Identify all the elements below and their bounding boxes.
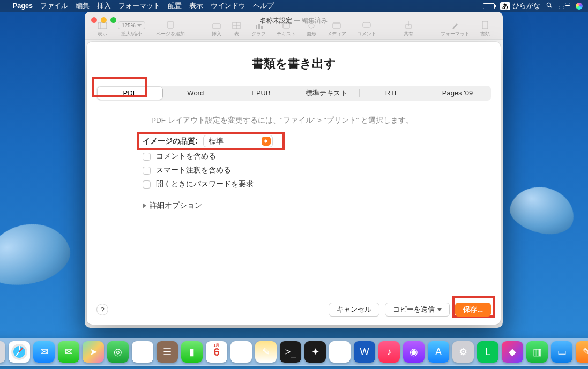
image-quality-label: イメージの品質:	[143, 137, 198, 146]
dock-word[interactable]: W	[354, 341, 375, 363]
svg-rect-4	[168, 21, 173, 28]
menu-view[interactable]: 表示	[189, 2, 203, 11]
dock-maps[interactable]: ➤	[83, 341, 104, 363]
tab-word[interactable]: Word	[163, 87, 228, 100]
app-menu[interactable]: Pages	[13, 2, 33, 10]
require-password-checkbox[interactable]	[143, 180, 151, 189]
wallpaper-dolphin	[0, 215, 76, 294]
image-quality-value: 標準	[209, 137, 224, 146]
menu-file[interactable]: ファイル	[40, 2, 68, 11]
input-source[interactable]: あ ひらがな	[500, 2, 540, 11]
advanced-options-disclosure[interactable]: 詳細オプション	[143, 201, 452, 210]
require-password-row: 開くときにパスワードを要求	[143, 179, 452, 189]
control-center-icon[interactable]	[559, 3, 570, 9]
chevron-down-icon	[437, 308, 442, 311]
tb-chart[interactable]: グラフ	[246, 22, 271, 37]
tb-shape[interactable]: 図形	[301, 22, 322, 37]
dock-stocks[interactable]: ✦	[304, 341, 326, 363]
window-titlebar: 名称未設定 — 編集済み 表示 125%拡大/縮小 ページを追加 挿入 表 グラ…	[85, 12, 503, 40]
export-format-tabs: PDF Word EPUB 標準テキスト RTF Pages '09	[96, 86, 491, 101]
tab-epub[interactable]: EPUB	[228, 87, 293, 100]
menu-format[interactable]: フォーマット	[118, 2, 160, 11]
dock-line[interactable]: L	[477, 341, 498, 363]
tb-media[interactable]: メディア	[322, 22, 352, 37]
svg-rect-2	[98, 22, 107, 29]
tb-label: メディア	[327, 31, 346, 37]
menu-insert[interactable]: 挿入	[97, 2, 111, 11]
dock-contacts[interactable]: ☰	[157, 341, 178, 363]
dock-notes[interactable]: ✎	[255, 341, 277, 363]
dock-shortcuts[interactable]: ◆	[502, 341, 523, 363]
dock-mail[interactable]: ✉	[33, 341, 55, 363]
tab-plain-text[interactable]: 標準テキスト	[294, 87, 359, 100]
dock-chrome[interactable]: ◉	[329, 341, 351, 363]
dock-appstore[interactable]: A	[428, 341, 449, 363]
dock: ☺▦✉✉➤◎✿☰▮1月6☰✎>_✦◉W♪◉A⚙L◆▥▭✎	[0, 338, 588, 366]
tb-text[interactable]: テキスト	[271, 22, 301, 37]
tb-label: ページを追加	[156, 31, 185, 37]
tb-comment[interactable]: コメント	[352, 22, 382, 37]
tb-format[interactable]: フォーマット	[435, 21, 475, 37]
menu-edit[interactable]: 編集	[76, 2, 90, 11]
dock-podcasts[interactable]: ◉	[403, 341, 425, 363]
tb-view[interactable]: 表示	[92, 22, 113, 37]
tb-insert[interactable]: 挿入	[206, 22, 227, 37]
include-comments-checkbox[interactable]	[143, 153, 151, 161]
tb-label: 共有	[404, 31, 413, 37]
include-comments-label: コメントを含める	[156, 152, 216, 161]
image-quality-row: イメージの品質: 標準	[143, 135, 452, 147]
dock-facetime[interactable]: ▮	[181, 341, 203, 363]
dock-pages[interactable]: ✎	[576, 341, 588, 363]
svg-line-1	[550, 6, 552, 7]
cancel-button[interactable]: キャンセル	[329, 303, 379, 317]
tb-zoom[interactable]: 125%拡大/縮小	[113, 21, 151, 37]
battery-icon[interactable]	[483, 3, 495, 9]
include-annotations-label: スマート注釈を含める	[156, 165, 231, 175]
export-sheet: 書類を書き出す PDF Word EPUB 標準テキスト RTF Pages '…	[87, 42, 501, 325]
tab-pages09[interactable]: Pages '09	[425, 87, 490, 100]
image-quality-select[interactable]: 標準	[203, 135, 273, 147]
dock-safari[interactable]	[9, 341, 30, 363]
svg-rect-15	[363, 22, 370, 27]
cancel-label: キャンセル	[337, 305, 371, 314]
dock-findmy[interactable]: ◎	[107, 341, 129, 363]
dock-numbers[interactable]: ▥	[526, 341, 548, 363]
siri-icon[interactable]	[576, 3, 583, 10]
tb-label: 拡大/縮小	[121, 31, 142, 37]
save-button[interactable]: 保存...	[455, 303, 491, 317]
dock-photos[interactable]: ✿	[132, 341, 153, 363]
dock-calendar[interactable]: 1月6	[206, 341, 227, 363]
tb-document[interactable]: 書類	[475, 21, 495, 37]
dock-terminal[interactable]: >_	[280, 341, 301, 363]
include-annotations-checkbox[interactable]	[143, 167, 151, 175]
save-label: 保存...	[463, 305, 483, 314]
dock-music[interactable]: ♪	[378, 341, 400, 363]
tb-share[interactable]: 共有	[398, 21, 419, 37]
tb-addpage[interactable]: ページを追加	[151, 21, 190, 37]
require-password-label: 開くときにパスワードを要求	[156, 179, 254, 189]
zoom-value: 125%	[122, 22, 136, 28]
dock-keynote[interactable]: ▭	[551, 341, 572, 363]
menu-window[interactable]: ウインドウ	[211, 2, 245, 11]
dock-settings[interactable]: ⚙	[452, 341, 474, 363]
menu-arrange[interactable]: 配置	[168, 2, 182, 11]
svg-rect-10	[258, 24, 260, 29]
spotlight-icon[interactable]	[546, 2, 553, 11]
send-copy-button[interactable]: コピーを送信	[385, 303, 450, 317]
tab-rtf[interactable]: RTF	[360, 87, 425, 100]
dock-messages[interactable]: ✉	[58, 341, 79, 363]
dock-reminders[interactable]: ☰	[230, 341, 252, 363]
tb-table[interactable]: 表	[227, 22, 246, 37]
svg-rect-9	[256, 25, 257, 29]
wallpaper-dolphin	[506, 181, 578, 239]
menu-help[interactable]: ヘルプ	[253, 2, 274, 11]
svg-rect-5	[213, 24, 220, 29]
dock-launchpad[interactable]: ▦	[0, 341, 5, 363]
tab-pdf[interactable]: PDF	[98, 87, 162, 100]
tb-label: 挿入	[212, 31, 221, 37]
tb-label: フォーマット	[441, 31, 470, 37]
svg-rect-14	[333, 23, 340, 28]
help-button[interactable]: ?	[96, 304, 108, 315]
ime-label: ひらがな	[512, 2, 540, 11]
include-annotations-row: スマート注釈を含める	[143, 165, 452, 175]
